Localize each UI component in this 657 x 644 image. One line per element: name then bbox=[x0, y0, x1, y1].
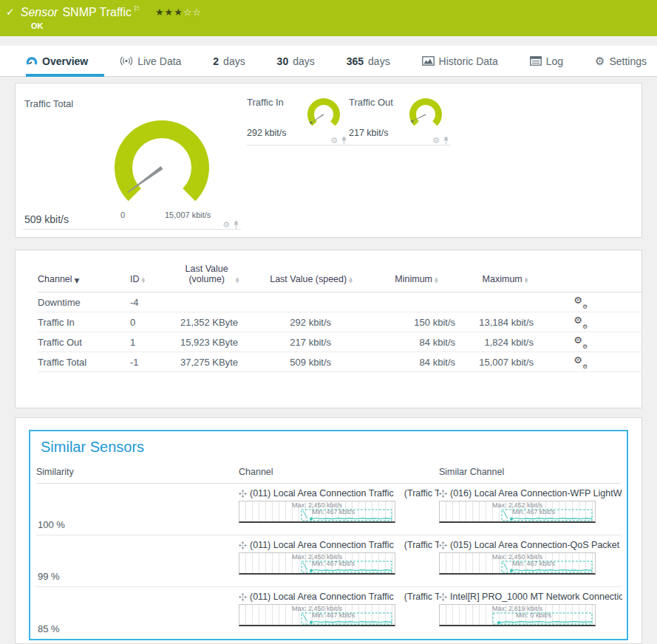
sensor-type-label: Sensor bbox=[21, 6, 58, 18]
minichart-min-label: Min: 467 kbit/s bbox=[256, 508, 411, 515]
sort-icon[interactable]: ▲▼ bbox=[349, 277, 353, 284]
tab-2-days[interactable]: 2 days bbox=[213, 55, 245, 67]
channel-minichart[interactable]: Max: 2,450 kbit/s Min: 467 kbit/s bbox=[239, 604, 395, 626]
gauge-out-pin-icon[interactable] bbox=[443, 137, 449, 145]
similar-sensors-panel: Similar Sensors Similarity Channel Simil… bbox=[15, 417, 642, 644]
sort-desc-icon[interactable]: ▼ bbox=[75, 277, 80, 284]
overview-gauge-icon bbox=[26, 56, 38, 66]
priority-stars[interactable]: ★★★☆☆ bbox=[155, 7, 202, 18]
gauge-total-label: Traffic Total bbox=[24, 98, 73, 109]
table-row-traffic-out: Traffic Out 1 15,923 KByte 217 kbit/s 84… bbox=[38, 332, 643, 352]
cell-minimum: 84 kbit/s bbox=[374, 357, 459, 368]
col-header-maximum[interactable]: Maximum▲▼ bbox=[459, 274, 551, 284]
similar-channel-link[interactable]: (016) Local Area Connection-WFP LightWei… bbox=[439, 488, 622, 499]
sort-icon[interactable]: ▲▼ bbox=[525, 277, 528, 284]
cell-volume: 37,275 KByte bbox=[171, 357, 248, 368]
similar-channel-name[interactable]: Intel[R] PRO_1000 MT Network Connection bbox=[450, 592, 622, 602]
tab-365-days[interactable]: 365 days bbox=[347, 55, 390, 67]
channel-table-panel: Channel▼ ID▲▼ Last Value (volume)▲▼ Last… bbox=[15, 250, 642, 408]
sort-icon[interactable]: ▲▼ bbox=[236, 277, 239, 284]
col-header-id[interactable]: ID▲▼ bbox=[130, 274, 171, 284]
move-icon bbox=[239, 541, 247, 549]
cell-minimum: 84 kbit/s bbox=[374, 337, 459, 348]
gauge-total-pin-icon[interactable] bbox=[233, 221, 239, 229]
channel-name[interactable]: (011) Local Area Connection Traffic bbox=[250, 488, 394, 499]
tab-2-days-number: 2 bbox=[213, 55, 219, 67]
move-icon bbox=[239, 490, 247, 498]
tab-historic-data[interactable]: Historic Data bbox=[422, 55, 498, 67]
tab-historic-data-label: Historic Data bbox=[439, 55, 498, 67]
gauge-in-settings-icon[interactable]: ⚙ bbox=[330, 137, 338, 145]
col-header-minimum-label: Minimum bbox=[395, 274, 432, 284]
gauge-in-pin-icon[interactable] bbox=[341, 137, 347, 145]
channel-minichart[interactable]: Max: 2,450 kbit/s Min: 467 kbit/s bbox=[239, 552, 395, 575]
tab-2-days-label: days bbox=[223, 55, 245, 67]
sort-icon[interactable]: ▲▼ bbox=[435, 277, 438, 284]
tab-live-data[interactable]: Live Data bbox=[120, 55, 181, 67]
sensor-header: ✓ SensorSNMP Traffic⚐ ★★★☆☆ OK bbox=[0, 0, 657, 36]
channel-link[interactable]: (011) Local Area Connection Traffic (Tra… bbox=[239, 488, 439, 499]
gauge-in-value: 292 kbit/s bbox=[247, 128, 287, 138]
col-header-minimum[interactable]: Minimum▲▼ bbox=[374, 274, 459, 284]
cell-volume: 15,923 KByte bbox=[171, 337, 248, 348]
gauge-in-divider bbox=[247, 145, 349, 145]
tab-365-days-label: days bbox=[368, 55, 390, 67]
status-badge: OK bbox=[31, 21, 657, 30]
channel-name[interactable]: (011) Local Area Connection Traffic bbox=[250, 592, 394, 602]
move-icon bbox=[439, 593, 447, 601]
channel-minichart[interactable]: Max: 2,450 kbit/s Min: 467 kbit/s bbox=[239, 501, 395, 523]
cell-channel[interactable]: Downtime bbox=[38, 297, 130, 308]
channel-link[interactable]: (011) Local Area Connection Traffic (Tra… bbox=[239, 592, 439, 602]
traffic-out-gauge bbox=[405, 92, 446, 134]
tab-30-days[interactable]: 30 days bbox=[277, 55, 315, 67]
channel-link[interactable]: (011) Local Area Connection Traffic (Tra… bbox=[239, 540, 439, 550]
similar-sensors-box: Similar Sensors Similarity Channel Simil… bbox=[29, 430, 628, 640]
gauge-traffic-in: Traffic In 292 kbit/s ⚙ bbox=[247, 94, 349, 145]
cell-maximum: 15,007 kbit/s bbox=[459, 357, 551, 368]
similar-channel-name[interactable]: (016) Local Area Connection-WFP LightWei… bbox=[450, 488, 622, 499]
col-header-volume-label: Last Value (volume) bbox=[180, 264, 234, 284]
channel-name[interactable]: (011) Local Area Connection Traffic bbox=[250, 540, 394, 550]
stars-filled[interactable]: ★★★ bbox=[155, 7, 183, 18]
col-header-speed[interactable]: Last Value (speed)▲▼ bbox=[248, 274, 374, 284]
table-row-traffic-total: Traffic Total -1 37,275 KByte 509 kbit/s… bbox=[38, 352, 643, 372]
cell-speed: 509 kbit/s bbox=[248, 357, 374, 368]
similar-channel-minichart[interactable]: Max: 2,450 kbit/s Min: 467 kbit/s bbox=[439, 552, 596, 575]
similar-channel-link[interactable]: (015) Local Area Connection-QoS Packet S… bbox=[439, 540, 622, 550]
stars-empty[interactable]: ☆☆ bbox=[183, 7, 202, 18]
similar-channel-name[interactable]: (015) Local Area Connection-QoS Packet S… bbox=[450, 540, 622, 550]
flag-icon[interactable]: ⚐ bbox=[133, 4, 140, 14]
cell-maximum: 13,184 kbit/s bbox=[459, 317, 551, 328]
channel-table-header: Channel▼ ID▲▼ Last Value (volume)▲▼ Last… bbox=[38, 264, 643, 292]
tab-log[interactable]: Log bbox=[530, 55, 563, 67]
similar-channel-link[interactable]: Intel[R] PRO_1000 MT Network Connection … bbox=[439, 592, 622, 602]
tab-overview[interactable]: Overview bbox=[26, 55, 88, 67]
cell-channel[interactable]: Traffic Out bbox=[38, 337, 130, 348]
gauge-total-settings-icon[interactable]: ⚙ bbox=[222, 222, 230, 229]
similar-row-2: 99 % (011) Local Area Connection Traffic… bbox=[36, 535, 621, 587]
move-icon bbox=[239, 593, 247, 601]
col-header-similarity: Similarity bbox=[36, 467, 239, 477]
col-header-id-label: ID bbox=[130, 274, 140, 284]
col-header-channel-label: Channel bbox=[38, 274, 72, 284]
col-header-similar-channel-left: Channel bbox=[239, 467, 439, 477]
cell-channel[interactable]: Traffic In bbox=[38, 317, 130, 328]
similar-channel-minichart[interactable]: Max: 2,452 kbit/s Min: 467 kbit/s bbox=[439, 501, 596, 523]
cell-id: 0 bbox=[130, 317, 171, 328]
col-header-volume[interactable]: Last Value (volume)▲▼ bbox=[171, 264, 248, 284]
page-title: SensorSNMP Traffic⚐ bbox=[21, 4, 140, 19]
sensor-name: SNMP Traffic bbox=[62, 6, 132, 18]
sort-icon[interactable]: ▲▼ bbox=[142, 277, 146, 284]
col-header-maximum-label: Maximum bbox=[483, 274, 522, 284]
tab-settings[interactable]: ⚙ Settings bbox=[595, 55, 647, 68]
cell-channel[interactable]: Traffic Total bbox=[38, 357, 130, 368]
tab-log-label: Log bbox=[546, 55, 563, 67]
col-header-channel[interactable]: Channel▼ bbox=[38, 274, 130, 284]
tab-overview-label: Overview bbox=[42, 55, 88, 67]
tab-365-days-number: 365 bbox=[347, 55, 364, 67]
similar-channel-minichart[interactable]: Max: 2,819 kbit/s Min: 0 kbit/s bbox=[439, 604, 596, 626]
traffic-total-gauge bbox=[103, 106, 221, 224]
historic-data-icon bbox=[422, 56, 435, 66]
table-row-downtime: Downtime -4 ⚙⚙ bbox=[38, 292, 643, 312]
gauge-out-settings-icon[interactable]: ⚙ bbox=[432, 137, 440, 145]
